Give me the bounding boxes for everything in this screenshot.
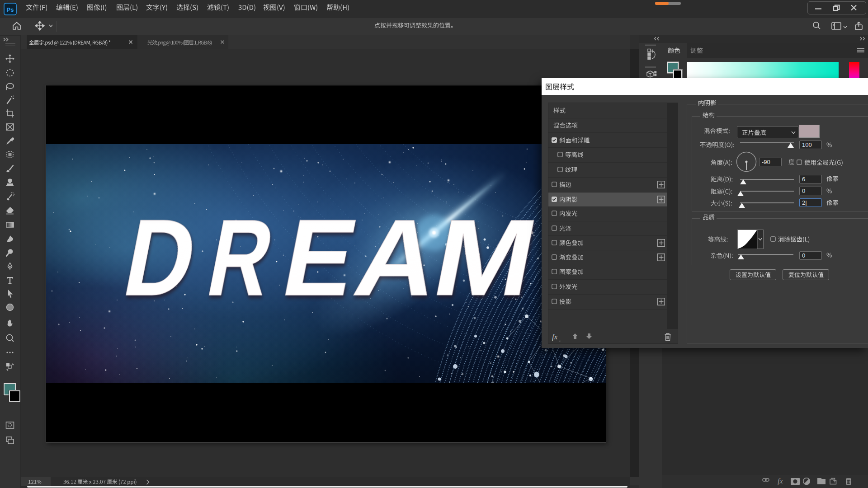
svg-text:fx: fx — [552, 333, 558, 341]
svg-text:Ps: Ps — [7, 6, 14, 13]
svg-text:fx: fx — [778, 477, 783, 485]
